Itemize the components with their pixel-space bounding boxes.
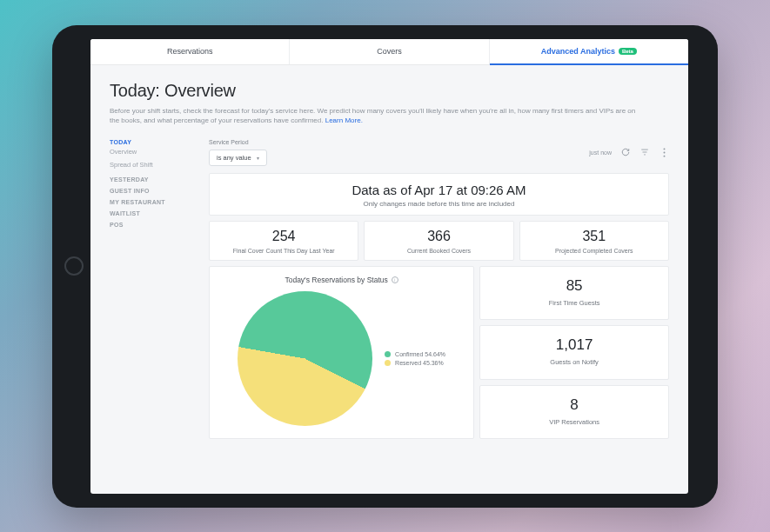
data-as-of-banner: Data as of Apr 17 at 09:26 AM Only chang… xyxy=(209,173,669,216)
svg-point-2 xyxy=(663,156,665,157)
subtitle-text: Before your shift starts, check the fore… xyxy=(110,107,635,124)
sidebar-group-yesterday[interactable]: YESTERDAY xyxy=(110,176,190,183)
sidebar-item-spread[interactable]: Spread of Shift xyxy=(110,158,190,171)
stat-lbl: Projected Completed Covers xyxy=(524,248,665,254)
stat-lbl: VIP Reservations xyxy=(484,418,665,426)
svg-point-1 xyxy=(663,151,665,153)
stat-first-time-guests[interactable]: 85 First Time Guests xyxy=(479,266,669,320)
pie-card: Today's Reservations by Status i Confirm… xyxy=(209,266,474,439)
pie-chart xyxy=(238,291,372,426)
stat-num: 8 xyxy=(484,396,665,414)
tab-label: Covers xyxy=(377,47,402,56)
filter-icon[interactable] xyxy=(639,147,650,157)
refresh-time: just now xyxy=(589,150,612,156)
stat-vip-reservations[interactable]: 8 VIP Reservations xyxy=(479,385,669,439)
page: Today: Overview Before your shift starts… xyxy=(90,65,688,455)
filter-label: Service Period xyxy=(209,139,267,145)
svg-point-0 xyxy=(663,148,665,150)
chevron-down-icon: ▾ xyxy=(257,155,259,161)
stat-current-booked[interactable]: 366 Current Booked Covers xyxy=(364,221,513,261)
stat-lbl: Final Cover Count This Day Last Year xyxy=(213,248,354,254)
dropdown-value: is any value xyxy=(217,154,251,162)
tabs: Reservations Covers Advanced Analytics B… xyxy=(90,39,688,65)
stat-projected-completed[interactable]: 351 Projected Completed Covers xyxy=(519,221,669,261)
sidebar-item-overview[interactable]: Overview xyxy=(110,145,190,158)
service-period-dropdown[interactable]: is any value ▾ xyxy=(209,150,267,166)
more-icon[interactable] xyxy=(659,147,669,157)
legend-label: Confirmed 54.64% xyxy=(395,351,445,357)
sidebar-head-today[interactable]: TODAY xyxy=(110,139,190,145)
pie-title-text: Today's Reservations by Status xyxy=(285,276,387,284)
page-subtitle: Before your shift starts, check the fore… xyxy=(110,106,640,125)
learn-more-link[interactable]: Learn More. xyxy=(325,116,363,124)
tablet-frame: Reservations Covers Advanced Analytics B… xyxy=(52,25,718,508)
main: Service Period is any value ▾ just now xyxy=(209,139,669,439)
sidebar-group-guest-info[interactable]: GUEST INFO xyxy=(110,188,190,194)
stat-row-top: 254 Final Cover Count This Day Last Year… xyxy=(209,221,669,261)
stat-lbl: First Time Guests xyxy=(484,299,665,307)
tab-covers[interactable]: Covers xyxy=(290,39,489,64)
tab-advanced-analytics[interactable]: Advanced Analytics Beta xyxy=(490,39,688,64)
tab-reservations[interactable]: Reservations xyxy=(90,39,290,64)
beta-badge: Beta xyxy=(619,48,637,55)
pie-legend: Confirmed 54.64% Reserved 45.36% xyxy=(385,349,445,369)
stat-lbl: Guests on Notify xyxy=(484,358,665,366)
refresh-icon[interactable] xyxy=(620,147,631,157)
filter-right: just now xyxy=(589,147,669,157)
layout: TODAY Overview Spread of Shift YESTERDAY… xyxy=(110,139,669,439)
side-stats: 85 First Time Guests 1,017 Guests on Not… xyxy=(479,266,669,439)
bottom-row: Today's Reservations by Status i Confirm… xyxy=(209,266,669,439)
page-title: Today: Overview xyxy=(110,81,669,101)
stat-num: 1,017 xyxy=(484,336,665,354)
legend-row-reserved: Reserved 45.36% xyxy=(385,360,445,366)
stat-final-cover-last-year[interactable]: 254 Final Cover Count This Day Last Year xyxy=(209,221,358,261)
pie-wrap: Confirmed 54.64% Reserved 45.36% xyxy=(218,291,465,426)
stat-guests-on-notify[interactable]: 1,017 Guests on Notify xyxy=(479,325,669,379)
sidebar-group-my-restaurant[interactable]: MY RESTAURANT xyxy=(110,199,190,205)
stat-lbl: Current Booked Covers xyxy=(368,248,509,254)
pie-title: Today's Reservations by Status i xyxy=(218,276,465,284)
swatch-confirmed xyxy=(385,351,391,357)
home-button[interactable] xyxy=(64,256,84,276)
banner-sub: Only changes made before this time are i… xyxy=(210,200,668,208)
tab-label: Advanced Analytics xyxy=(541,47,615,56)
legend-row-confirmed: Confirmed 54.64% xyxy=(385,351,445,357)
stat-num: 351 xyxy=(524,229,665,244)
stat-num: 366 xyxy=(368,229,509,244)
legend-label: Reserved 45.36% xyxy=(395,360,444,366)
screen: Reservations Covers Advanced Analytics B… xyxy=(90,39,688,494)
filter-left: Service Period is any value ▾ xyxy=(209,139,267,166)
stat-num: 85 xyxy=(484,277,665,295)
banner-title: Data as of Apr 17 at 09:26 AM xyxy=(210,183,668,197)
info-icon[interactable]: i xyxy=(392,276,398,283)
sidebar-group-waitlist[interactable]: WAITLIST xyxy=(110,210,190,216)
swatch-reserved xyxy=(385,360,391,366)
tab-label: Reservations xyxy=(167,47,213,56)
stat-num: 254 xyxy=(213,229,354,244)
sidebar-group-pos[interactable]: POS xyxy=(110,222,190,228)
filter-row: Service Period is any value ▾ just now xyxy=(209,139,669,166)
sidebar: TODAY Overview Spread of Shift YESTERDAY… xyxy=(110,139,190,439)
